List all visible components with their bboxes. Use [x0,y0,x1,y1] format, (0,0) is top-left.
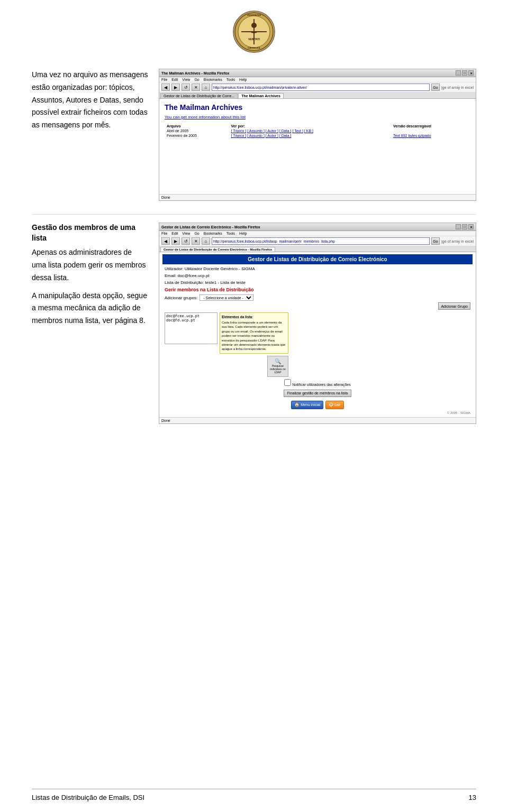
maximize-btn-2[interactable]: □ [462,224,467,229]
address-bar-2[interactable] [212,237,430,245]
back-btn-2[interactable]: ◀ [161,237,170,245]
logo-area: UNIVERSITAS CATHOLICA VERITATI [0,0,508,58]
bottom-left-text: Gestão dos membros de uma lista Apenas o… [32,223,148,327]
go-btn-2[interactable]: Go [431,237,440,245]
stop-btn[interactable]: ✕ [192,84,200,91]
menu2-help[interactable]: Help [239,232,247,235]
menu2-view[interactable]: View [182,232,190,235]
menu2-go[interactable]: Go [194,232,199,235]
browser-tabs-2: Gestor de Listas de Distribuição de Corr… [159,246,476,252]
menu2-edit[interactable]: Edit [171,232,178,235]
link-text[interactable]: [ Text ] [292,129,303,133]
reload-btn-2[interactable]: ↺ [182,237,190,245]
info-box-text: Cada linha corresponde a um elemento da … [222,320,286,352]
link-autor-2[interactable]: [ Autor ] [266,134,278,137]
main-content: Uma vez no arquivo as mensagens estão or… [0,58,508,435]
sair-btn[interactable]: ⏻ Sair [325,401,343,409]
close-btn-2[interactable]: ✕ [468,224,474,229]
table-row: Fevereiro de 2005 [ Tópico ] [ Assunto ]… [165,133,470,138]
links-cell: [ Tópico ] [ Assunto ] [ Autor ] [ Data … [229,133,391,138]
maximize-btn[interactable]: □ [462,70,467,76]
screenshot-area-1: The Mailman Archives - Mozilla Firefox _… [159,69,476,201]
browser-window-1: The Mailman Archives - Mozilla Firefox _… [159,69,476,201]
download-cell [391,128,470,133]
address-bar-1[interactable] [212,84,430,91]
top-left-text: Uma vez no arquivo as mensagens estão or… [32,69,148,132]
menu2-tools[interactable]: Tools [226,232,235,235]
pesquisar-ldap-btn[interactable]: 🔍 Pesquisar indivíduos no LDAP [267,356,288,377]
gestor-email: Email: doc@fcee.ucp.pt [162,272,473,279]
copyright-text: © 2005 - SIGMA [162,411,473,415]
status-text-1: Done [161,196,170,199]
link-assunto[interactable]: [ Assunto ] [247,129,265,133]
link-autor[interactable]: [ Autor ] [266,129,278,133]
menu-bookmarks[interactable]: Bookmarks [204,78,222,81]
sair-label: Sair [334,403,340,407]
section-divider [32,214,476,215]
tab-gestor[interactable]: Gestor de Listas de Distribuição de Corr… [160,93,238,98]
reload-btn[interactable]: ↺ [182,84,190,91]
status-text-2: Done [161,419,170,422]
minimize-btn[interactable]: _ [456,70,461,76]
menu2-file[interactable]: File [161,232,167,235]
browser-title-1: The Mailman Archives - Mozilla Firefox [161,71,230,75]
browser-titlebar-1: The Mailman Archives - Mozilla Firefox _… [159,69,476,77]
tab-mailman[interactable]: The Mailman Archives [238,93,284,98]
gestor-section-title: Gerir membros na Lista de Distribuição [162,286,473,293]
google-search-2: |ge of array in excel [441,239,474,243]
tab-gestor-2[interactable]: Gestor de Listas de Distribuição de Corr… [160,247,275,252]
adicionar-label: Adicionar grupos: [165,296,197,300]
forward-btn-2[interactable]: ▶ [171,237,180,245]
stop-btn-2[interactable]: ✕ [192,237,200,245]
finalize-btn[interactable]: Finalizar gestão de membros na lista [284,390,351,397]
bottom-paragraph-1: Apenas os administradores de uma lista p… [32,246,148,327]
back-btn[interactable]: ◀ [161,84,170,91]
info-and-search: Elementos da lista: Cada linha correspon… [220,312,288,377]
university-logo: UNIVERSITAS CATHOLICA VERITATI [233,11,275,53]
link-data[interactable]: [ Data ] [279,129,292,133]
link-kb[interactable]: [ KB ] [304,129,313,133]
info-box-title: Elementos da lista: [222,315,286,319]
menu-inicial-label: Menu inicial [301,403,320,407]
link-assunto-2[interactable]: [ Assunto ] [247,134,265,137]
menu-edit[interactable]: Edit [171,78,178,81]
menu2-bookmarks[interactable]: Bookmarks [204,232,222,235]
menu-inicial-btn[interactable]: 🏠 Menu inicial [291,401,323,409]
adicionar-btn-row: Adicionar Grupo [162,302,473,311]
adicionar-grupo-btn[interactable]: Adicionar Grupo [438,302,470,310]
adicionar-grupos-row: Adicionar grupos: - Seleccione a unidade… [162,293,473,302]
minimize-btn-2[interactable]: _ [456,224,461,229]
gestor-lista: Lista de Distribuição: teste1 - Lista de… [162,279,473,286]
browser-status-1: Done [159,194,476,200]
link-data-2[interactable]: [ Data ] [279,134,292,137]
browser-controls-1: _ □ ✕ [456,70,474,76]
menu-help[interactable]: Help [239,78,247,81]
menu-go[interactable]: Go [194,78,199,81]
home-btn-2[interactable]: ⌂ [202,237,210,245]
browser-status-2: Done [159,417,476,423]
members-textarea[interactable]: doc@fcee.ucp.pt doc@fd.ucp.pt [165,312,217,344]
link-topico[interactable]: [ Tópico ] [231,129,247,133]
browser-menubar-2: File Edit View Go Bookmarks Tools Help [159,231,476,236]
mailman-info-link[interactable]: You can get more information about this … [165,115,470,119]
footer-btns-row: 🏠 Menu inicial ⏻ Sair [162,399,473,411]
mailman-page-title: The Mailman Archives [165,103,470,112]
unidade-select[interactable]: - Seleccione a unidade - [199,294,253,301]
download-link[interactable]: Text 892 bytes gzipado [393,134,431,137]
browser-toolbar-2: ◀ ▶ ↺ ✕ ⌂ Go |ge of array in excel [159,236,476,246]
close-btn[interactable]: ✕ [468,70,474,76]
links-cell: [ Tópico ] [ Assunto ] [ Autor ] [ Data … [229,128,391,133]
gestor-page-header: Gestor de Listas de Distribuição de Corr… [162,254,473,264]
menu-file[interactable]: File [161,78,167,81]
home-btn[interactable]: ⌂ [202,84,210,91]
browser-tabs-1: Gestor de Listas de Distribuição de Corr… [159,93,476,99]
menu-view[interactable]: View [182,78,190,81]
go-btn-1[interactable]: Go [431,84,440,91]
col-verpor: Ver por: [229,124,391,128]
svg-text:UNIVERSITAS: UNIVERSITAS [247,14,261,16]
link-topico-2[interactable]: [ Tópico ] [231,134,247,137]
notify-checkbox[interactable] [284,379,291,386]
forward-btn[interactable]: ▶ [171,84,180,91]
top-paragraph-text: Uma vez no arquivo as mensagens estão or… [32,69,148,132]
menu-tools[interactable]: Tools [226,78,235,81]
